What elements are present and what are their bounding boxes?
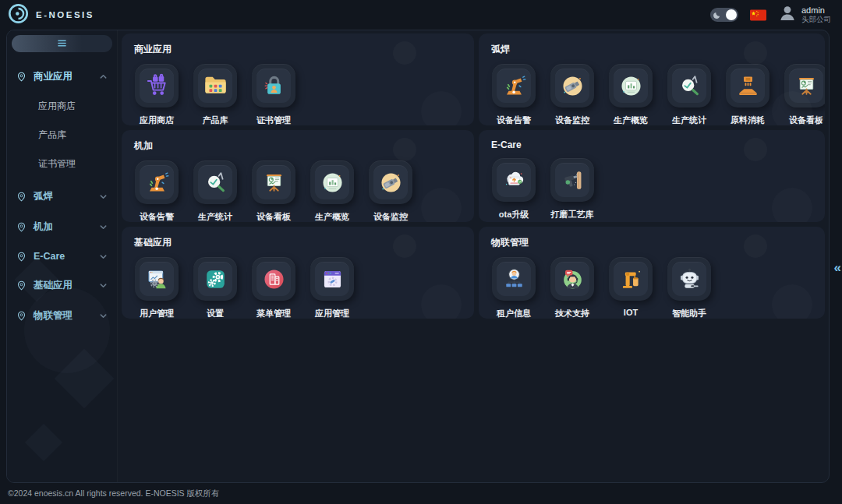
app-grinding-lib[interactable]: 打磨工艺库 [550, 158, 595, 220]
chart-circle-icon [315, 165, 349, 199]
logo-icon [8, 3, 29, 27]
sidebar-subitem-app-store[interactable]: 应用商店 [38, 92, 112, 121]
support-icon [555, 262, 589, 296]
app-tiles-row: ota升级打磨工艺库 [491, 158, 812, 220]
app-app-store[interactable]: 应用商店 [134, 64, 179, 125]
sidebar-subitem-cert-mgmt[interactable]: 证书管理 [38, 150, 112, 178]
app-label: IOT [624, 308, 638, 317]
app-label: 证书管理 [256, 115, 291, 125]
app-label: 生产概览 [315, 211, 349, 222]
sidebar-item-label: 基础应用 [34, 279, 73, 292]
sidebar-item-basic-apps[interactable]: 基础应用 [12, 270, 112, 301]
chevron-down-icon [99, 312, 108, 320]
content-frame: 商业应用应用商店产品库证书管理弧焊机加E-Care基础应用物联管理 商业应用应用… [6, 30, 830, 483]
app-device-board[interactable]: 设备看板 [251, 160, 296, 222]
toggle-knob [726, 9, 737, 20]
section-card-machining: 机加设备告警生产统计设备看板生产概览设备监控 [122, 130, 474, 222]
lock-icon [256, 69, 291, 103]
location-pin-icon [16, 72, 27, 82]
app-tenant-info[interactable]: 租户信息 [491, 257, 536, 319]
app-production-stats[interactable]: 生产统计 [193, 160, 238, 222]
theme-toggle[interactable] [710, 8, 738, 22]
app-tile [609, 257, 653, 301]
sidebar-subitem-product-lib[interactable]: 产品库 [38, 121, 112, 150]
chevron-down-icon [99, 223, 108, 231]
app-tile [492, 158, 536, 202]
sidebar-collapse-toggle[interactable] [12, 35, 112, 52]
app-label: 打磨工艺库 [551, 209, 594, 220]
chevron-up-icon [99, 72, 108, 81]
app-ota-upgrade[interactable]: ota升级 [491, 158, 536, 220]
location-pin-icon [16, 222, 27, 232]
main-area: 商业应用应用商店产品库证书管理弧焊设备告警设备监控生产概览生产统计原料消耗设备看… [118, 30, 829, 482]
app-device-monitor[interactable]: 设备监控 [550, 64, 595, 125]
app-label: 菜单管理 [256, 308, 291, 319]
location-pin-icon [16, 311, 27, 321]
app-tile [550, 257, 594, 301]
app-tile [310, 257, 354, 301]
section-title: 机加 [134, 139, 462, 153]
app-production-overview[interactable]: 生产概览 [310, 160, 355, 222]
app-settings[interactable]: 设置 [193, 257, 238, 319]
sidebar-item-label: 机加 [34, 220, 53, 234]
app-user-mgmt[interactable]: 用户管理 [134, 257, 179, 319]
app-label: 原料消耗 [731, 115, 765, 125]
section-title: 商业应用 [134, 43, 462, 56]
section-card-arc-welding: 弧焊设备告警设备监控生产概览生产统计原料消耗设备看板 [479, 33, 825, 125]
robot-arm-icon [140, 165, 174, 199]
app-iot[interactable]: IOT [608, 257, 653, 319]
user-menu[interactable]: admin 头部公司 [778, 4, 831, 26]
app-label: 设置 [207, 308, 224, 319]
app-label: 技术支持 [555, 308, 589, 319]
app-assistant[interactable]: 智能助手 [667, 257, 712, 319]
app-app-mgmt[interactable]: 应用管理 [310, 257, 355, 319]
section-card-business-apps: 商业应用应用商店产品库证书管理 [122, 33, 474, 125]
board-icon [789, 69, 823, 103]
cart-icon [140, 69, 174, 103]
app-label: 生产统计 [672, 115, 706, 125]
sidebar-item-iot-mgmt[interactable]: 物联管理 [12, 301, 112, 331]
user-name: admin [801, 5, 831, 16]
avatar-icon [778, 4, 797, 26]
sidebar-item-machining[interactable]: 机加 [12, 212, 112, 242]
app-tile [193, 64, 237, 107]
app-device-board[interactable]: 设备看板 [784, 64, 825, 125]
app-device-alarm[interactable]: 设备告警 [134, 160, 179, 222]
app-product-lib[interactable]: 产品库 [193, 64, 238, 125]
app-production-stats[interactable]: 生产统计 [667, 64, 712, 125]
app-device-monitor[interactable]: 设备监控 [368, 160, 413, 222]
app-production-overview[interactable]: 生产概览 [608, 64, 653, 125]
sidebar-item-e-care[interactable]: E-Care [12, 242, 112, 270]
app-tile [609, 64, 653, 107]
folder-icon [198, 69, 232, 103]
panel-collapse-arrow[interactable]: « [834, 261, 841, 274]
app-cert-mgmt[interactable]: 证书管理 [251, 64, 296, 125]
app-tile [193, 257, 237, 301]
welding-icon [731, 69, 765, 103]
board-icon [256, 165, 291, 199]
location-pin-icon [16, 192, 27, 202]
section-title: 物联管理 [491, 236, 812, 249]
app-material-consumption[interactable]: 原料消耗 [725, 64, 770, 125]
china-flag-icon[interactable] [750, 9, 766, 21]
magnifier-icon [198, 165, 232, 199]
app-tech-support[interactable]: 技术支持 [550, 257, 595, 319]
section-title: 基础应用 [134, 236, 462, 249]
topbar: E-NOESIS admin 头部公司 [0, 0, 842, 28]
app-label: 设备监控 [555, 115, 589, 125]
section-card-basic-apps: 基础应用用户管理设置菜单管理应用管理 [122, 227, 474, 319]
sidebar-item-business-apps[interactable]: 商业应用 [12, 62, 112, 92]
chart-circle-icon [614, 69, 648, 103]
robot-arm-icon [497, 69, 531, 103]
app-menu-mgmt[interactable]: 菜单管理 [251, 257, 296, 319]
sidebar-item-arc-welding[interactable]: 弧焊 [12, 182, 112, 212]
app-label: 设备监控 [373, 211, 408, 222]
user-mgmt-icon [140, 262, 174, 296]
app-tile [135, 257, 179, 301]
app-device-alarm[interactable]: 设备告警 [491, 64, 536, 125]
chevron-down-icon [99, 281, 108, 290]
app-tiles-row: 应用商店产品库证书管理 [134, 64, 462, 125]
app-label: 生产统计 [198, 211, 232, 222]
app-label: 设备告警 [140, 211, 174, 222]
app-tiles-row: 租户信息技术支持IOT智能助手 [491, 257, 812, 319]
